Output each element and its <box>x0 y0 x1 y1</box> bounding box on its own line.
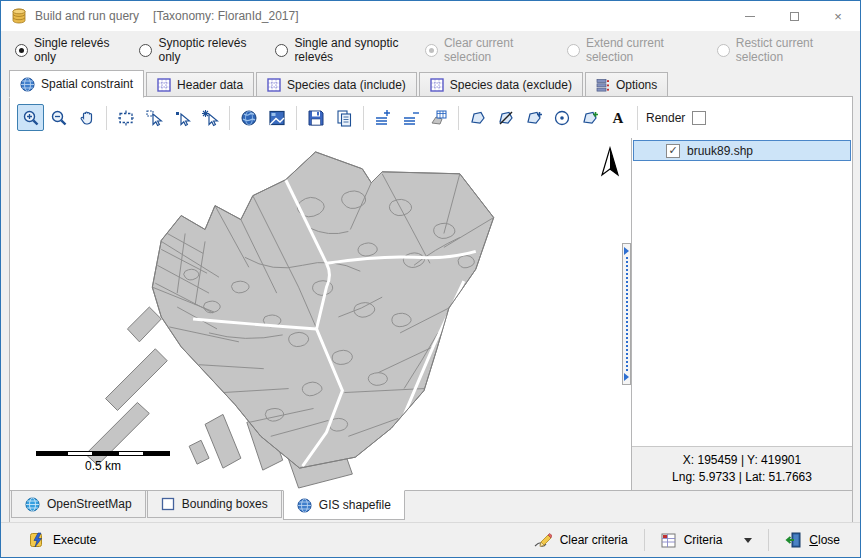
polygon-import-button[interactable] <box>576 104 603 131</box>
polygon-draw-button[interactable] <box>464 104 491 131</box>
tab-spatial-constraint[interactable]: Spatial constraint <box>9 70 144 98</box>
tab-label: Options <box>616 78 657 92</box>
circle-dot-icon <box>553 109 571 127</box>
copy-button[interactable] <box>330 104 357 131</box>
globe-icon <box>297 498 312 513</box>
radio-label: Clear current selection <box>444 36 551 64</box>
pan-button[interactable] <box>73 104 100 131</box>
layer-checkbox[interactable]: ✓ <box>666 144 680 158</box>
status-xy: X: 195459 | Y: 419901 <box>632 452 852 469</box>
splitter-arrow-icon <box>624 373 629 381</box>
select-point-icon <box>173 109 191 127</box>
toolbar-separator <box>363 106 364 130</box>
render-map-icon <box>268 109 286 127</box>
layer-remove-button[interactable] <box>397 104 424 131</box>
tab-header-data[interactable]: Header data <box>146 72 254 97</box>
tab-gis-shapefile[interactable]: GIS shapefile <box>283 490 405 520</box>
layer-add-button[interactable] <box>369 104 396 131</box>
scale-label: 0.5 km <box>36 459 170 473</box>
zoom-extent-button[interactable] <box>112 104 139 131</box>
shapefile-layer <box>86 152 494 488</box>
radio-synoptic-releves[interactable]: Synoptic relevés only <box>139 36 259 64</box>
attribute-table-button[interactable] <box>425 104 452 131</box>
layer-label: bruuk89.shp <box>687 144 753 158</box>
scale-segment <box>37 452 68 455</box>
polygon-add-icon <box>525 109 543 127</box>
title-bar: Build and run query [Taxonomy: FloranId_… <box>1 1 860 31</box>
world-button[interactable] <box>235 104 262 131</box>
radio-dot <box>567 44 580 57</box>
radio-dot <box>275 44 288 57</box>
minimize-icon <box>745 16 755 17</box>
window-taxonomy: [Taxonomy: FloranId_2017] <box>153 9 298 23</box>
radio-dot <box>139 44 152 57</box>
radio-dot <box>717 44 730 57</box>
zoom-out-button[interactable] <box>45 104 72 131</box>
criteria-dropdown-arrow[interactable] <box>744 538 752 543</box>
polygon-import-icon <box>581 109 599 127</box>
maximize-icon <box>790 12 799 21</box>
footer-separator <box>644 529 645 551</box>
tab-label: Spatial constraint <box>41 77 133 91</box>
polygon-add-button[interactable] <box>520 104 547 131</box>
panel-splitter[interactable] <box>622 243 631 385</box>
point-draw-button[interactable] <box>548 104 575 131</box>
tab-openstreetmap[interactable]: OpenStreetMap <box>11 491 146 518</box>
radio-label: Single and synoptic relevés <box>294 36 425 64</box>
radio-single-releves[interactable]: Single relevés only <box>15 36 123 64</box>
radio-label: Synoptic relevés only <box>158 36 259 64</box>
criteria-button[interactable]: Criteria <box>653 529 761 552</box>
layers-panel: ✓ bruuk89.shp X: 195459 | Y: 419901 Lng:… <box>631 138 852 490</box>
footer-separator <box>768 529 769 551</box>
coordinate-status: X: 195459 | Y: 419901 Lng: 5.9733 | Lat:… <box>632 446 852 490</box>
close-dialog-button[interactable]: Close <box>777 528 848 552</box>
page-tabs: Spatial constraint Header data Species d… <box>9 69 670 97</box>
radio-single-and-synoptic[interactable]: Single and synoptic relevés <box>275 36 425 64</box>
tab-species-data-include[interactable]: Species data (include) <box>256 72 417 97</box>
select-point-button[interactable] <box>168 104 195 131</box>
zoom-extent-icon <box>117 109 135 127</box>
scale-segment <box>119 452 143 455</box>
pan-hand-icon <box>78 109 96 127</box>
radio-extend-selection: Extend current selection <box>567 36 701 64</box>
save-icon <box>307 109 325 127</box>
tab-label: Header data <box>177 78 243 92</box>
layer-list[interactable]: ✓ bruuk89.shp <box>632 138 852 446</box>
layer-item-bruuk89[interactable]: ✓ bruuk89.shp <box>633 140 851 161</box>
render-checkbox[interactable] <box>692 111 706 125</box>
polygon-edit-button[interactable] <box>492 104 519 131</box>
select-rectangle-button[interactable] <box>140 104 167 131</box>
tab-species-data-exclude[interactable]: Species data (exclude) <box>419 72 583 97</box>
letter-a-icon: A <box>609 109 627 127</box>
north-arrow-icon <box>598 146 622 180</box>
selection-mode-group: Clear current selection Extend current s… <box>425 36 850 64</box>
maximize-button[interactable] <box>772 1 816 31</box>
deselect-icon <box>201 109 219 127</box>
tab-options[interactable]: Options <box>585 72 668 97</box>
tab-bounding-boxes[interactable]: Bounding boxes <box>147 491 282 518</box>
label-text-button[interactable]: A <box>604 104 631 131</box>
releve-mode-group: Single relevés only Synoptic relevés onl… <box>15 36 425 64</box>
map-canvas[interactable] <box>10 138 631 490</box>
close-label: Close <box>809 533 840 547</box>
scale-segment <box>92 452 118 455</box>
minimize-button[interactable] <box>728 1 772 31</box>
radio-restrict-selection: Restict current selection <box>717 36 850 64</box>
map-pane: 0.5 km <box>10 138 631 490</box>
build-and-run-query-window: Build and run query [Taxonomy: FloranId_… <box>0 0 861 558</box>
select-rectangle-icon <box>145 109 163 127</box>
execute-button[interactable]: Execute <box>21 528 104 552</box>
close-button[interactable]: × <box>816 1 860 31</box>
save-button[interactable] <box>302 104 329 131</box>
radio-dot <box>15 44 28 57</box>
deselect-button[interactable] <box>196 104 223 131</box>
render-map-button[interactable] <box>263 104 290 131</box>
zoom-in-button[interactable] <box>17 104 44 131</box>
footer-bar: Execute Clear criteria Criteria <box>1 522 860 557</box>
toolbar-separator <box>637 106 638 130</box>
layer-add-icon <box>374 109 392 127</box>
toolbar-separator <box>229 106 230 130</box>
clear-criteria-button[interactable]: Clear criteria <box>526 528 636 552</box>
radio-clear-selection: Clear current selection <box>425 36 551 64</box>
globe-icon <box>20 77 35 92</box>
